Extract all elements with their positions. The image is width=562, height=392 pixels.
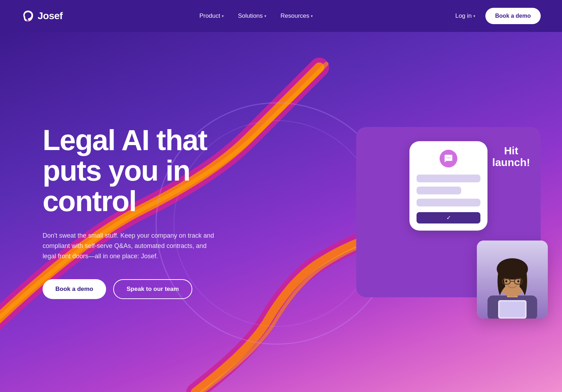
svg-point-0 (27, 20, 29, 22)
nav-links: Product ▾ Solutions ▾ Resources ▾ (194, 10, 319, 22)
hero-buttons: Book a demo Speak to our team (43, 279, 220, 299)
person-card (477, 241, 548, 319)
phone-mockup: ✓ (409, 141, 487, 231)
person-svg (477, 241, 548, 319)
phone-submit-button[interactable]: ✓ (417, 212, 480, 223)
hero-section: Legal AI that puts you in control Don't … (0, 32, 562, 392)
resources-chevron-icon: ▾ (311, 14, 313, 18)
hero-speak-team-button[interactable]: Speak to our team (113, 279, 192, 299)
logo-icon (21, 9, 35, 23)
solutions-chevron-icon: ▾ (264, 14, 266, 18)
phone-field-2 (417, 187, 461, 194)
hit-launch-text: Hit launch! (492, 145, 530, 168)
svg-rect-15 (500, 302, 525, 317)
hero-right-card-area: ✓ Hit launch! (356, 127, 541, 297)
nav-solutions[interactable]: Solutions ▾ (232, 10, 272, 22)
svg-point-13 (517, 280, 519, 282)
hero-book-demo-button[interactable]: Book a demo (43, 279, 106, 299)
checkmark-icon: ✓ (446, 214, 451, 221)
chat-icon (444, 154, 453, 163)
navigation: Josef Product ▾ Solutions ▾ Resources ▾ … (0, 0, 562, 32)
phone-field-3 (417, 199, 480, 206)
nav-product[interactable]: Product ▾ (194, 10, 230, 22)
phone-field-1 (417, 175, 480, 182)
login-link[interactable]: Log in ▾ (450, 10, 481, 22)
product-chevron-icon: ▾ (222, 14, 224, 18)
nav-resources[interactable]: Resources ▾ (275, 10, 319, 22)
hero-headline: Legal AI that puts you in control (43, 125, 220, 216)
nav-book-demo-button[interactable]: Book a demo (485, 8, 541, 24)
login-chevron-icon: ▾ (473, 14, 475, 18)
phone-icon-circle (440, 150, 457, 167)
svg-point-12 (505, 280, 507, 282)
logo-text: Josef (38, 10, 63, 22)
nav-right: Log in ▾ Book a demo (450, 8, 541, 24)
logo-link[interactable]: Josef (21, 9, 63, 23)
hero-content: Legal AI that puts you in control Don't … (0, 96, 248, 327)
hero-card: ✓ Hit launch! (356, 127, 541, 297)
hero-subtext: Don't sweat the small stuff. Keep your c… (43, 231, 216, 261)
person-image (477, 241, 548, 319)
